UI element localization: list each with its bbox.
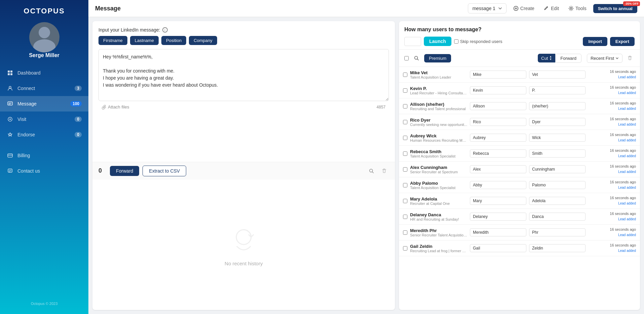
forward-filter-button[interactable]: Forward bbox=[555, 54, 581, 63]
contact-checkbox-5[interactable] bbox=[403, 151, 407, 156]
contact-first-11[interactable] bbox=[470, 244, 526, 252]
contact-checkbox-11[interactable] bbox=[403, 246, 407, 251]
contact-first-6[interactable] bbox=[470, 165, 526, 173]
extract-csv-button[interactable]: Extract to CSV bbox=[143, 166, 186, 176]
no-history-area: No recent history bbox=[92, 180, 395, 310]
contact-first-9[interactable] bbox=[470, 213, 526, 221]
contact-row: Mary Adelola Recruiter at Capital One 16… bbox=[399, 193, 640, 209]
contact-time-text-0: 16 seconds ago bbox=[602, 70, 636, 74]
lastname-tag-button[interactable]: Lastname bbox=[130, 36, 159, 45]
contact-last-4[interactable] bbox=[529, 134, 586, 142]
message-textarea[interactable]: Hey %%first_name%%, Thank you for connec… bbox=[98, 49, 389, 101]
import-button[interactable]: Import bbox=[583, 37, 607, 46]
skip-responded-checkbox[interactable] bbox=[454, 39, 458, 44]
contact-checkbox-1[interactable] bbox=[403, 88, 407, 93]
contact-last-0[interactable] bbox=[529, 71, 586, 79]
contact-info-3: Rico Dyer Currently seeking new opportun… bbox=[410, 118, 467, 127]
sidebar-item-dashboard[interactable]: Dashboard bbox=[0, 65, 88, 81]
contact-last-6[interactable] bbox=[529, 165, 586, 173]
contact-first-7[interactable] bbox=[470, 181, 526, 189]
create-button[interactable]: Create bbox=[511, 4, 537, 13]
edit-button[interactable]: Edit bbox=[541, 4, 562, 13]
sidebar-item-visit[interactable]: Visit 0 bbox=[0, 111, 88, 127]
contact-first-8[interactable] bbox=[470, 197, 526, 205]
contact-lead-status-9: Lead added bbox=[618, 217, 636, 221]
contact-first-3[interactable] bbox=[470, 118, 526, 126]
contact-time-3: 16 seconds ago Lead added bbox=[602, 117, 636, 127]
contact-count: 0 bbox=[98, 167, 107, 174]
contact-checkbox-9[interactable] bbox=[403, 215, 407, 219]
select-all-checkbox[interactable] bbox=[404, 56, 409, 60]
forward-button[interactable]: Forward bbox=[110, 166, 139, 176]
contact-last-11[interactable] bbox=[529, 244, 586, 252]
contact-time-8: 16 seconds ago Lead added bbox=[602, 196, 636, 206]
contact-checkbox-2[interactable] bbox=[403, 104, 407, 108]
recent-first-label: Recent First bbox=[591, 56, 614, 61]
sidebar-item-connect[interactable]: Connect 3 bbox=[0, 81, 88, 96]
contact-time-6: 16 seconds ago Lead added bbox=[602, 164, 636, 174]
sidebar-item-contact-us[interactable]: Contact us bbox=[0, 163, 88, 179]
contact-last-2[interactable] bbox=[529, 102, 586, 110]
contact-lead-status-0: Lead added bbox=[618, 75, 636, 79]
contact-first-2[interactable] bbox=[470, 102, 526, 110]
user-count-input[interactable] bbox=[404, 37, 421, 46]
contact-role-1: Lead Recruiter - Hiring Consultant... bbox=[410, 91, 467, 95]
contact-role-0: Talent Acquisition Leader bbox=[410, 75, 467, 79]
contact-checkbox-3[interactable] bbox=[403, 120, 407, 124]
contact-first-1[interactable] bbox=[470, 86, 526, 94]
company-tag-button[interactable]: Company bbox=[189, 36, 217, 45]
trash-button[interactable] bbox=[379, 166, 389, 176]
filter-trash-button[interactable] bbox=[625, 53, 635, 63]
search-filter-button[interactable] bbox=[411, 53, 421, 63]
contact-lead-status-10: Lead added bbox=[618, 233, 636, 237]
cut-label: Cut bbox=[541, 56, 548, 61]
sidebar-item-message[interactable]: Message 100 bbox=[0, 96, 88, 111]
search-button[interactable] bbox=[367, 166, 376, 176]
contact-last-1[interactable] bbox=[529, 86, 586, 94]
sidebar-item-billing[interactable]: Billing bbox=[0, 148, 88, 163]
right-panel-header: How many users to message? Launch Skip r… bbox=[399, 21, 640, 50]
contact-time-11: 16 seconds ago Lead added bbox=[602, 243, 636, 253]
cut-button[interactable]: Cut ▲▼ bbox=[538, 54, 555, 62]
contact-last-10[interactable] bbox=[529, 228, 586, 236]
contact-last-5[interactable] bbox=[529, 149, 586, 158]
switch-annual-label: Switch to annual bbox=[598, 6, 633, 11]
main: Message message 1 Create Edit Tools -35%… bbox=[88, 0, 644, 314]
contact-first-4[interactable] bbox=[470, 134, 526, 142]
contact-checkbox-10[interactable] bbox=[403, 230, 407, 235]
svg-point-7 bbox=[9, 119, 11, 120]
message-selector-dropdown[interactable]: message 1 bbox=[468, 3, 506, 13]
contact-checkbox-0[interactable] bbox=[403, 73, 407, 77]
contact-role-8: Recruiter at Capital One bbox=[410, 201, 467, 206]
contact-info-4: Aubrey Wick Human Resources Recruiting M… bbox=[410, 133, 467, 142]
contact-checkbox-7[interactable] bbox=[403, 183, 407, 187]
contact-last-3[interactable] bbox=[529, 118, 586, 126]
attach-label[interactable]: Attach files bbox=[102, 104, 129, 109]
export-button[interactable]: Export bbox=[610, 37, 635, 46]
sidebar-item-endorse[interactable]: Endorse 0 bbox=[0, 127, 88, 142]
contact-first-5[interactable] bbox=[470, 149, 526, 158]
contact-last-7[interactable] bbox=[529, 181, 586, 189]
contact-last-9[interactable] bbox=[529, 213, 586, 221]
tools-button[interactable]: Tools bbox=[566, 4, 589, 13]
info-icon[interactable]: i bbox=[162, 27, 168, 33]
recent-first-button[interactable]: Recent First bbox=[587, 54, 622, 63]
contact-name-9: Delaney Danca bbox=[410, 212, 467, 217]
contact-name-8: Mary Adelola bbox=[410, 196, 467, 201]
firstname-tag-button[interactable]: Firstname bbox=[98, 36, 127, 45]
contact-first-10[interactable] bbox=[470, 228, 526, 236]
switch-annual-button[interactable]: -35% OFF Switch to annual bbox=[593, 4, 637, 13]
contact-last-8[interactable] bbox=[529, 197, 586, 205]
contact-row: Rebecca Smith Talent Acquisition Special… bbox=[399, 146, 640, 162]
position-tag-button[interactable]: Position bbox=[161, 36, 186, 45]
contact-first-0[interactable] bbox=[470, 71, 526, 79]
contact-checkbox-8[interactable] bbox=[403, 199, 407, 203]
contact-name-1: Kevin P. bbox=[410, 86, 467, 91]
visit-badge: 0 bbox=[75, 117, 82, 122]
contact-checkbox-4[interactable] bbox=[403, 136, 407, 140]
dashboard-icon bbox=[7, 70, 13, 76]
contact-time-2: 16 seconds ago Lead added bbox=[602, 101, 636, 111]
premium-filter-button[interactable]: Premium bbox=[424, 54, 451, 62]
launch-button[interactable]: Launch bbox=[424, 37, 451, 46]
contact-checkbox-6[interactable] bbox=[403, 167, 407, 172]
